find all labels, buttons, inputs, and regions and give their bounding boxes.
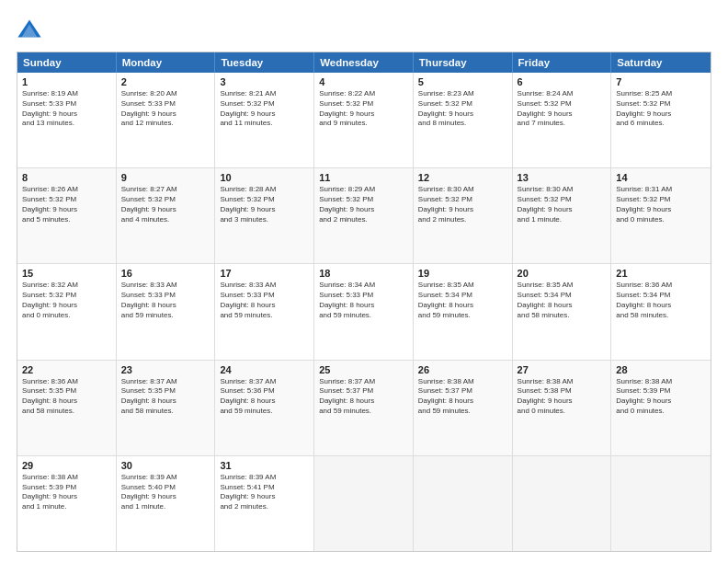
day-number: 9 [121, 172, 210, 183]
calendar-header: SundayMondayTuesdayWednesdayThursdayFrid… [17, 52, 711, 73]
calendar-cell: 7Sunrise: 8:25 AM Sunset: 5:32 PM Daylig… [611, 73, 711, 167]
calendar-cell: 25Sunrise: 8:37 AM Sunset: 5:37 PM Dayli… [314, 361, 414, 455]
day-number: 15 [22, 268, 111, 279]
cell-info: Sunrise: 8:38 AM Sunset: 5:39 PM Dayligh… [616, 377, 706, 417]
calendar-cell [513, 456, 612, 551]
day-number: 5 [418, 76, 507, 87]
cell-info: Sunrise: 8:19 AM Sunset: 5:33 PM Dayligh… [22, 89, 111, 129]
cell-info: Sunrise: 8:26 AM Sunset: 5:32 PM Dayligh… [22, 185, 111, 224]
cell-info: Sunrise: 8:27 AM Sunset: 5:32 PM Dayligh… [121, 185, 210, 224]
calendar-cell: 29Sunrise: 8:38 AM Sunset: 5:39 PM Dayli… [17, 456, 117, 551]
cell-info: Sunrise: 8:32 AM Sunset: 5:32 PM Dayligh… [22, 281, 111, 320]
calendar-cell: 27Sunrise: 8:38 AM Sunset: 5:38 PM Dayli… [513, 361, 612, 455]
day-number: 31 [220, 460, 309, 471]
day-number: 6 [518, 76, 607, 87]
cell-info: Sunrise: 8:38 AM Sunset: 5:37 PM Dayligh… [418, 377, 507, 417]
day-number: 4 [319, 76, 408, 87]
day-number: 23 [121, 364, 210, 375]
day-number: 30 [121, 460, 210, 471]
day-number: 18 [319, 268, 408, 279]
day-number: 7 [616, 76, 706, 87]
cell-info: Sunrise: 8:39 AM Sunset: 5:41 PM Dayligh… [220, 473, 309, 512]
header-cell-saturday: Saturday [611, 52, 711, 73]
header-cell-friday: Friday [513, 52, 612, 73]
calendar-row: 22Sunrise: 8:36 AM Sunset: 5:35 PM Dayli… [17, 360, 711, 455]
day-number: 12 [418, 172, 507, 183]
cell-info: Sunrise: 8:23 AM Sunset: 5:32 PM Dayligh… [418, 89, 507, 129]
calendar-cell: 15Sunrise: 8:32 AM Sunset: 5:32 PM Dayli… [17, 264, 117, 359]
calendar-cell: 13Sunrise: 8:30 AM Sunset: 5:32 PM Dayli… [513, 168, 612, 263]
day-number: 1 [22, 76, 111, 87]
calendar-cell: 19Sunrise: 8:35 AM Sunset: 5:34 PM Dayli… [414, 264, 513, 359]
day-number: 17 [220, 268, 309, 279]
calendar-cell: 16Sunrise: 8:33 AM Sunset: 5:33 PM Dayli… [117, 264, 216, 359]
logo [17, 17, 46, 42]
cell-info: Sunrise: 8:37 AM Sunset: 5:35 PM Dayligh… [121, 377, 210, 417]
calendar-cell: 9Sunrise: 8:27 AM Sunset: 5:32 PM Daylig… [117, 168, 216, 263]
header-cell-thursday: Thursday [414, 52, 513, 73]
cell-info: Sunrise: 8:31 AM Sunset: 5:32 PM Dayligh… [616, 185, 706, 224]
day-number: 27 [518, 364, 607, 375]
cell-info: Sunrise: 8:38 AM Sunset: 5:38 PM Dayligh… [518, 377, 607, 417]
cell-info: Sunrise: 8:30 AM Sunset: 5:32 PM Dayligh… [418, 185, 507, 224]
day-number: 19 [418, 268, 507, 279]
cell-info: Sunrise: 8:33 AM Sunset: 5:33 PM Dayligh… [121, 281, 210, 320]
cell-info: Sunrise: 8:29 AM Sunset: 5:32 PM Dayligh… [319, 185, 408, 224]
day-number: 24 [220, 364, 309, 375]
calendar-cell: 24Sunrise: 8:37 AM Sunset: 5:36 PM Dayli… [215, 361, 314, 455]
day-number: 26 [418, 364, 507, 375]
cell-info: Sunrise: 8:35 AM Sunset: 5:34 PM Dayligh… [418, 281, 507, 320]
logo-icon [17, 17, 42, 42]
header [17, 17, 711, 42]
day-number: 22 [22, 364, 111, 375]
day-number: 2 [121, 76, 210, 87]
calendar-cell: 23Sunrise: 8:37 AM Sunset: 5:35 PM Dayli… [117, 361, 216, 455]
calendar-cell: 1Sunrise: 8:19 AM Sunset: 5:33 PM Daylig… [17, 73, 117, 167]
day-number: 25 [319, 364, 408, 375]
calendar-cell: 10Sunrise: 8:28 AM Sunset: 5:32 PM Dayli… [215, 168, 314, 263]
day-number: 21 [616, 268, 706, 279]
calendar-cell: 31Sunrise: 8:39 AM Sunset: 5:41 PM Dayli… [215, 456, 314, 551]
calendar-cell: 18Sunrise: 8:34 AM Sunset: 5:33 PM Dayli… [314, 264, 414, 359]
calendar-cell: 14Sunrise: 8:31 AM Sunset: 5:32 PM Dayli… [611, 168, 711, 263]
calendar-cell: 22Sunrise: 8:36 AM Sunset: 5:35 PM Dayli… [17, 361, 117, 455]
cell-info: Sunrise: 8:35 AM Sunset: 5:34 PM Dayligh… [518, 281, 607, 320]
cell-info: Sunrise: 8:36 AM Sunset: 5:35 PM Dayligh… [22, 377, 111, 417]
header-cell-monday: Monday [117, 52, 216, 73]
calendar-cell: 26Sunrise: 8:38 AM Sunset: 5:37 PM Dayli… [414, 361, 513, 455]
calendar-cell: 4Sunrise: 8:22 AM Sunset: 5:32 PM Daylig… [314, 73, 414, 167]
calendar-cell: 6Sunrise: 8:24 AM Sunset: 5:32 PM Daylig… [513, 73, 612, 167]
calendar-cell: 30Sunrise: 8:39 AM Sunset: 5:40 PM Dayli… [117, 456, 216, 551]
day-number: 14 [616, 172, 706, 183]
calendar-row: 15Sunrise: 8:32 AM Sunset: 5:32 PM Dayli… [17, 263, 711, 359]
calendar-cell: 21Sunrise: 8:36 AM Sunset: 5:34 PM Dayli… [611, 264, 711, 359]
day-number: 16 [121, 268, 210, 279]
calendar-row: 1Sunrise: 8:19 AM Sunset: 5:33 PM Daylig… [17, 73, 711, 167]
header-cell-sunday: Sunday [17, 52, 117, 73]
day-number: 3 [220, 76, 309, 87]
header-cell-wednesday: Wednesday [314, 52, 414, 73]
day-number: 8 [22, 172, 111, 183]
cell-info: Sunrise: 8:20 AM Sunset: 5:33 PM Dayligh… [121, 89, 210, 129]
cell-info: Sunrise: 8:34 AM Sunset: 5:33 PM Dayligh… [319, 281, 408, 320]
calendar-cell [314, 456, 414, 551]
calendar-cell: 5Sunrise: 8:23 AM Sunset: 5:32 PM Daylig… [414, 73, 513, 167]
calendar-cell: 28Sunrise: 8:38 AM Sunset: 5:39 PM Dayli… [611, 361, 711, 455]
header-cell-tuesday: Tuesday [215, 52, 314, 73]
cell-info: Sunrise: 8:30 AM Sunset: 5:32 PM Dayligh… [518, 185, 607, 224]
calendar-row: 29Sunrise: 8:38 AM Sunset: 5:39 PM Dayli… [17, 455, 711, 551]
calendar-cell: 20Sunrise: 8:35 AM Sunset: 5:34 PM Dayli… [513, 264, 612, 359]
calendar-cell: 12Sunrise: 8:30 AM Sunset: 5:32 PM Dayli… [414, 168, 513, 263]
page: SundayMondayTuesdayWednesdayThursdayFrid… [0, 0, 728, 563]
calendar: SundayMondayTuesdayWednesdayThursdayFrid… [17, 52, 711, 552]
calendar-cell [611, 456, 711, 551]
cell-info: Sunrise: 8:36 AM Sunset: 5:34 PM Dayligh… [616, 281, 706, 320]
cell-info: Sunrise: 8:33 AM Sunset: 5:33 PM Dayligh… [220, 281, 309, 320]
day-number: 10 [220, 172, 309, 183]
calendar-cell [414, 456, 513, 551]
cell-info: Sunrise: 8:37 AM Sunset: 5:36 PM Dayligh… [220, 377, 309, 417]
cell-info: Sunrise: 8:22 AM Sunset: 5:32 PM Dayligh… [319, 89, 408, 129]
calendar-cell: 3Sunrise: 8:21 AM Sunset: 5:32 PM Daylig… [215, 73, 314, 167]
day-number: 11 [319, 172, 408, 183]
cell-info: Sunrise: 8:28 AM Sunset: 5:32 PM Dayligh… [220, 185, 309, 224]
